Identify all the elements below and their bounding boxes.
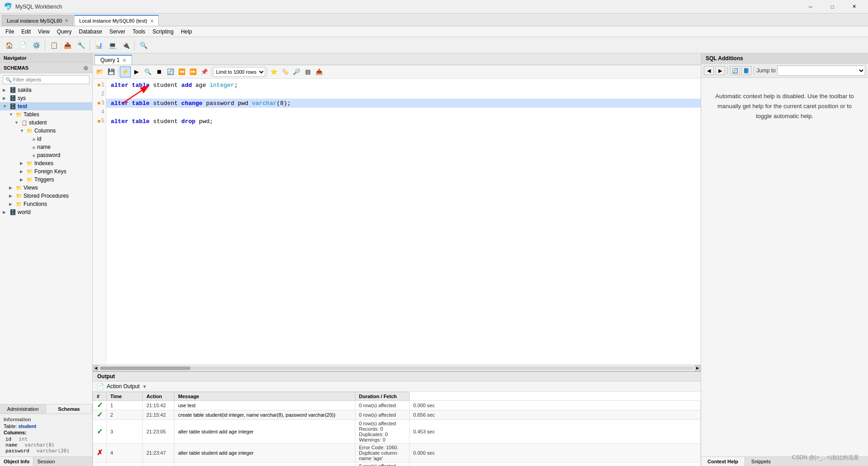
code-editor[interactable]: alter table student add age integer; alt… <box>106 79 701 365</box>
explain-button[interactable]: 🔍 <box>142 67 153 77</box>
column-id: idint <box>4 436 89 442</box>
tree-item-name[interactable]: ◆ name <box>0 143 92 151</box>
minimize-button[interactable]: ─ <box>800 0 821 14</box>
code-line-3: alter table student change password pwd … <box>106 99 701 108</box>
forward-button[interactable]: ⏩ <box>188 67 198 77</box>
horizontal-scrollbar[interactable]: ◀ ▶ <box>93 365 701 371</box>
tree-item-columns[interactable]: ▼ 📁 Columns <box>0 127 92 135</box>
tree-item-world[interactable]: ▶ 🗄️ world <box>0 208 92 216</box>
tab-context-help[interactable]: Context Help <box>701 457 745 466</box>
tab-test-close-icon[interactable]: ✕ <box>150 19 154 24</box>
editor-container: 1 2 3 4 5 <box>93 79 701 365</box>
col-action: Action <box>143 392 175 401</box>
tab-session[interactable]: Session <box>33 457 58 466</box>
close-button[interactable]: ✕ <box>844 0 864 14</box>
tree-item-test[interactable]: ▼ 🗄️ test <box>0 102 92 110</box>
bookmark-button[interactable]: 📌 <box>199 67 210 77</box>
tree-item-foreign-keys[interactable]: ▶ 📁 Foreign Keys <box>0 167 92 176</box>
import-button[interactable]: 📤 <box>61 39 74 52</box>
menu-query[interactable]: Query <box>53 27 75 37</box>
limit-select[interactable]: Limit to 1000 rows Limit to 200 rows Lim… <box>213 67 265 77</box>
app-title: MySQL Workbench <box>15 4 800 10</box>
menu-server[interactable]: Server <box>106 27 129 37</box>
action-output-dropdown[interactable]: ▼ <box>142 384 147 389</box>
line-dot-1 <box>98 84 100 86</box>
create-schema-button[interactable]: ⚙️ <box>30 39 42 52</box>
scroll-right-button[interactable]: ▶ <box>694 365 701 371</box>
code-line-5: alter table student drop pwd; <box>111 117 696 126</box>
zoom-in-button[interactable]: 🔎 <box>291 67 302 77</box>
left-panel: Navigator SCHEMAS ⊕ 🔍 ▶ 🗄️ sakila ▶ 🗄️ s… <box>0 53 93 466</box>
tree-item-stored-procedures[interactable]: ▶ 📁 Stored Procedures <box>0 192 92 200</box>
app-icon: 🐬 <box>4 2 13 11</box>
tag-button[interactable]: 🏷️ <box>280 67 291 77</box>
table-row: ✓ 3 21:23:05 alter table student add age… <box>93 420 701 444</box>
menu-edit[interactable]: Edit <box>18 27 34 37</box>
tree-item-sys[interactable]: ▶ 🗄️ sys <box>0 94 92 102</box>
debug-button[interactable]: 🔍 <box>137 39 150 52</box>
tab-snippets[interactable]: Snippets <box>745 457 777 466</box>
tree-item-id[interactable]: ◆ id <box>0 135 92 143</box>
nav-forward-button[interactable]: ▶ <box>715 66 725 75</box>
menu-help[interactable]: Help <box>177 27 196 37</box>
title-bar: 🐬 MySQL Workbench ─ □ ✕ <box>0 0 868 14</box>
tab-local-instance-test[interactable]: Local instance MySQL80 (test) ✕ <box>74 15 158 26</box>
help-refresh-button[interactable]: 🔄 <box>730 66 740 75</box>
execute-button[interactable]: ⚡ <box>120 67 131 77</box>
menu-scripting[interactable]: Scripting <box>149 27 177 37</box>
maximize-button[interactable]: □ <box>822 0 843 14</box>
scroll-left-button[interactable]: ◀ <box>93 365 99 371</box>
tree-item-sakila[interactable]: ▶ 🗄️ sakila <box>0 86 92 94</box>
menu-view[interactable]: View <box>34 27 53 37</box>
app-tabs-bar: Local instance MySQL80 ✕ Local instance … <box>0 14 868 26</box>
refresh-button[interactable]: 🔄 <box>165 67 176 77</box>
query-tab-close[interactable]: ✕ <box>123 58 126 63</box>
object-info-tabs: Object Info Session <box>0 456 92 466</box>
export-button[interactable]: 🔧 <box>75 39 87 52</box>
menu-tools[interactable]: Tools <box>129 27 149 37</box>
column-name: namevarchar(8) <box>4 442 89 448</box>
perf-button[interactable]: 🔌 <box>119 39 132 52</box>
open-file-button[interactable]: 📂 <box>94 67 105 77</box>
history-button[interactable]: ⏪ <box>176 67 187 77</box>
query-tab-1[interactable]: Query 1 ✕ <box>94 55 132 65</box>
tree-item-password[interactable]: ◆ password <box>0 151 92 159</box>
export-result-button[interactable]: 📤 <box>314 67 325 77</box>
tree-item-views[interactable]: ▶ 📁 Views <box>0 184 92 192</box>
query-stats-button[interactable]: 📊 <box>92 39 105 52</box>
table-row: ✓ 1 21:15:42 use test 0 row(s) affected … <box>93 401 701 410</box>
tree-item-functions[interactable]: ▶ 📁 Functions <box>0 200 92 208</box>
tab-close-icon[interactable]: ✕ <box>65 18 68 23</box>
nav-bottom-tabs: Administration Schemas <box>0 404 92 414</box>
execute-selection-button[interactable]: ▶ <box>131 67 142 77</box>
tab-administration[interactable]: Administration <box>0 404 46 414</box>
jump-to-select[interactable] <box>777 66 865 76</box>
tree-item-tables[interactable]: ▼ 📁 Tables <box>0 110 92 119</box>
nav-back-button[interactable]: ◀ <box>704 66 714 75</box>
add-schema-button[interactable]: ⊕ <box>83 64 89 71</box>
star-button[interactable]: ⭐ <box>269 67 279 77</box>
tab-schemas[interactable]: Schemas <box>46 404 92 414</box>
save-file-button[interactable]: 💾 <box>106 67 117 77</box>
open-sql-button[interactable]: 📄 <box>16 39 29 52</box>
server-status-button[interactable]: 💻 <box>106 39 118 52</box>
output-panel: Output 📄 Action Output ▼ # Time Action M… <box>93 371 701 466</box>
tab-local-instance[interactable]: Local instance MySQL80 ✕ <box>2 15 73 26</box>
help-manual-button[interactable]: 📘 <box>741 66 751 75</box>
search-icon: 🔍 <box>5 77 12 83</box>
menu-database[interactable]: Database <box>75 27 106 37</box>
scroll-track[interactable] <box>100 366 693 370</box>
stop-button[interactable]: ⏹ <box>154 67 165 77</box>
manage-connections-button[interactable]: 📋 <box>47 39 60 52</box>
tab-object-info[interactable]: Object Info <box>0 457 33 466</box>
menu-file[interactable]: File <box>2 27 18 37</box>
new-connection-button[interactable]: 🏠 <box>3 39 15 52</box>
info-header: Information <box>4 417 89 422</box>
tree-item-triggers[interactable]: ▶ 📁 Triggers <box>0 176 92 184</box>
columns-button[interactable]: ▤ <box>302 67 313 77</box>
query-toolbar: 📂 💾 ⚡ ▶ 🔍 ⏹ 🔄 ⏪ ⏩ 📌 Limit to 1000 rows L… <box>93 65 701 79</box>
filter-input[interactable] <box>3 75 90 84</box>
tree-item-indexes[interactable]: ▶ 📁 Indexes <box>0 159 92 167</box>
tree-item-student[interactable]: ▼ 📋 student <box>0 119 92 127</box>
line-numbers-panel: 1 2 3 4 5 <box>93 79 106 365</box>
